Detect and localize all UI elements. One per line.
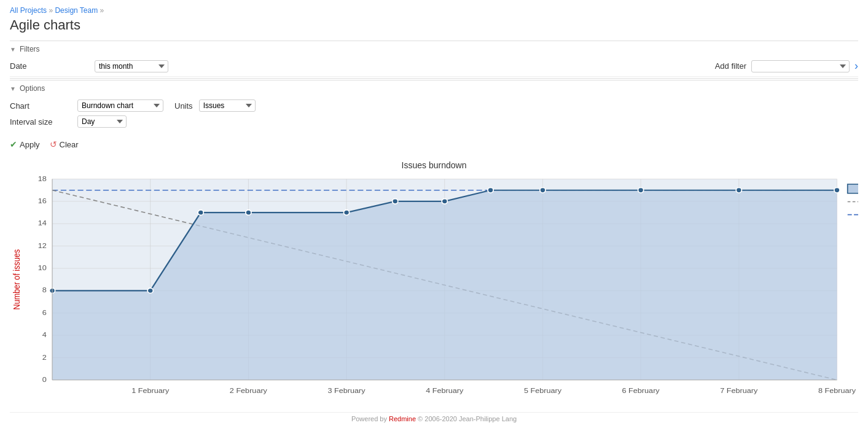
- apply-icon: ✔: [10, 139, 17, 149]
- svg-point-39: [147, 288, 153, 293]
- chart-option-label: Chart: [10, 101, 71, 111]
- filters-section-label: Filters: [20, 45, 40, 53]
- svg-point-44: [442, 199, 447, 204]
- chart-wrap: 0 2 4 6 8 10 12 14 16 18 Number of issue…: [10, 173, 858, 406]
- footer: Powered by Redmine © 2006-2020 Jean-Phil…: [10, 412, 858, 422]
- chart-type-select[interactable]: Burndown chart Burnup chart Velocity cha…: [77, 99, 163, 112]
- svg-text:Number of issues: Number of issues: [12, 249, 22, 310]
- chart-container: Issues burndown: [10, 160, 858, 406]
- options-section-label: Options: [20, 84, 45, 93]
- svg-text:3 February: 3 February: [328, 386, 366, 394]
- svg-point-40: [198, 210, 203, 215]
- options-toggle-icon: ▼: [10, 85, 16, 92]
- date-filter-label: Date: [10, 61, 90, 71]
- filters-section-header[interactable]: ▼ Filters: [10, 41, 858, 56]
- svg-point-48: [736, 187, 741, 192]
- clear-icon: ↺: [50, 139, 57, 149]
- all-projects-link[interactable]: All Projects: [10, 6, 47, 15]
- svg-text:0: 0: [42, 375, 47, 383]
- add-filter-label: Add filter: [715, 61, 746, 71]
- date-filter-select[interactable]: this month this week last month last wee…: [95, 60, 168, 72]
- apply-label: Apply: [20, 140, 40, 149]
- svg-text:4 February: 4 February: [426, 386, 464, 394]
- svg-text:6 February: 6 February: [622, 386, 660, 394]
- interval-option-label: Interval size: [10, 117, 71, 126]
- filters-toggle-icon: ▼: [10, 46, 16, 53]
- svg-text:1 February: 1 February: [131, 386, 170, 394]
- legend-actual-swatch: [848, 184, 858, 193]
- footer-copyright: © 2006-2020 Jean-Philippe Lang: [416, 415, 517, 422]
- apply-clear-row: ✔ Apply ↺ Clear: [10, 134, 858, 154]
- clear-label: Clear: [60, 140, 79, 149]
- page-title: Agile charts: [10, 17, 858, 33]
- svg-text:18: 18: [38, 174, 47, 182]
- clear-button[interactable]: ↺ Clear: [50, 139, 79, 149]
- chart-svg: 0 2 4 6 8 10 12 14 16 18 Number of issue…: [10, 173, 858, 406]
- svg-text:12: 12: [38, 241, 47, 249]
- chart-option-row: Chart Burndown chart Burnup chart Veloci…: [10, 98, 858, 114]
- svg-point-42: [343, 210, 349, 215]
- svg-text:16: 16: [38, 197, 47, 205]
- units-select[interactable]: Issues Story points Hours: [199, 99, 256, 112]
- date-filter-row: Date this month this week last month las…: [10, 56, 858, 77]
- svg-text:7 February: 7 February: [720, 386, 758, 394]
- breadcrumb: All Projects » Design Team »: [10, 6, 858, 15]
- add-filter-arrow-icon[interactable]: ›: [854, 60, 858, 72]
- svg-point-45: [488, 187, 493, 192]
- svg-text:8: 8: [42, 286, 47, 294]
- redmine-link[interactable]: Redmine: [389, 415, 416, 422]
- svg-text:8 February: 8 February: [818, 386, 856, 394]
- svg-point-49: [834, 187, 840, 192]
- svg-point-41: [246, 210, 251, 215]
- options-section: Chart Burndown chart Burnup chart Veloci…: [10, 95, 858, 134]
- svg-text:4: 4: [42, 331, 47, 339]
- footer-powered-by: Powered by: [351, 415, 389, 422]
- apply-button[interactable]: ✔ Apply: [10, 139, 40, 149]
- options-section-header[interactable]: ▼ Options: [10, 80, 858, 95]
- interval-select[interactable]: Day Week Month: [77, 115, 127, 128]
- interval-option-row: Interval size Day Week Month: [10, 114, 858, 130]
- svg-point-47: [638, 187, 644, 192]
- design-team-link[interactable]: Design Team: [55, 6, 98, 15]
- svg-text:6: 6: [42, 308, 47, 316]
- chart-title: Issues burndown: [10, 160, 858, 170]
- add-filter-select[interactable]: [751, 60, 850, 72]
- svg-text:14: 14: [38, 219, 47, 227]
- svg-text:2: 2: [42, 353, 47, 361]
- svg-point-46: [540, 187, 545, 192]
- svg-text:2 February: 2 February: [230, 386, 268, 394]
- svg-text:10: 10: [38, 264, 47, 272]
- units-label: Units: [174, 101, 193, 111]
- svg-text:5 February: 5 February: [524, 386, 562, 394]
- svg-point-43: [393, 199, 398, 204]
